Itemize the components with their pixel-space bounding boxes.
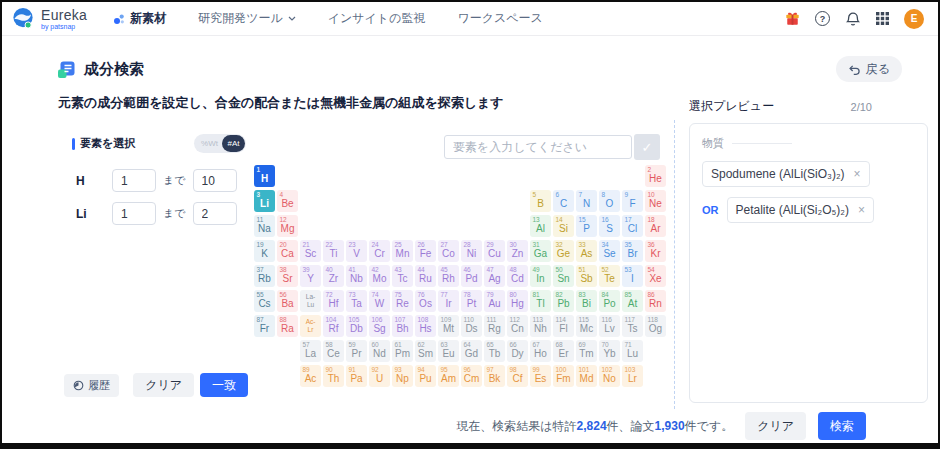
element-cell-fe[interactable]: 26Fe: [415, 240, 436, 262]
element-cell-co[interactable]: 27Co: [438, 240, 459, 262]
gift-icon[interactable]: [785, 11, 800, 26]
element-cell-mc[interactable]: 115Mc: [576, 315, 597, 337]
element-cell-lu[interactable]: 71Lu: [622, 340, 643, 362]
element-cell-sb[interactable]: 51Sb: [576, 265, 597, 287]
element-cell-lr[interactable]: 103Lr: [622, 365, 643, 387]
element-cell-kr[interactable]: 36Kr: [645, 240, 666, 262]
nav-item-new-materials[interactable]: 新素材: [113, 10, 166, 27]
element-cell-bh[interactable]: 107Bh: [392, 315, 413, 337]
element-cell-zn[interactable]: 30Zn: [507, 240, 528, 262]
element-cell-fr[interactable]: 87Fr: [254, 315, 275, 337]
unit-option-wt[interactable]: %Wt: [201, 139, 218, 148]
element-cell-n[interactable]: 7N: [576, 190, 597, 212]
element-cell-cf[interactable]: 98Cf: [507, 365, 528, 387]
element-cell-cs[interactable]: 55Cs: [254, 290, 275, 312]
h-min-input[interactable]: [112, 169, 156, 192]
element-cell-cl[interactable]: 17Cl: [622, 215, 643, 237]
user-avatar[interactable]: E: [904, 9, 924, 29]
element-cell-tc[interactable]: 43Tc: [392, 265, 413, 287]
element-cell-rb[interactable]: 37Rb: [254, 265, 275, 287]
element-cell-al[interactable]: 13Al: [530, 215, 551, 237]
nav-item-insight-monitor[interactable]: インサイトの監視: [328, 10, 426, 27]
element-cell-li[interactable]: 3Li: [254, 190, 275, 212]
element-cell-sc[interactable]: 21Sc: [300, 240, 321, 262]
element-cell-u[interactable]: 92U: [369, 365, 390, 387]
element-cell-pa[interactable]: 91Pa: [346, 365, 367, 387]
element-cell-hf[interactable]: 72Hf: [323, 290, 344, 312]
element-cell-th[interactable]: 90Th: [323, 365, 344, 387]
element-cell-br[interactable]: 35Br: [622, 240, 643, 262]
element-cell-v[interactable]: 23V: [346, 240, 367, 262]
element-cell-no[interactable]: 102No: [599, 365, 620, 387]
element-search-input[interactable]: [444, 135, 632, 159]
nav-item-workspace[interactable]: ワークスペース: [457, 10, 542, 27]
element-cell-np[interactable]: 93Np: [392, 365, 413, 387]
element-cell-aclr[interactable]: Ac-Lr: [300, 315, 321, 337]
element-cell-ne[interactable]: 10Ne: [645, 190, 666, 212]
li-max-input[interactable]: [193, 202, 237, 225]
element-cell-bk[interactable]: 97Bk: [484, 365, 505, 387]
li-min-input[interactable]: [112, 202, 156, 225]
element-cell-fl[interactable]: 114Fl: [553, 315, 574, 337]
element-cell-bi[interactable]: 83Bi: [576, 290, 597, 312]
element-cell-cu[interactable]: 29Cu: [484, 240, 505, 262]
element-cell-md[interactable]: 101Md: [576, 365, 597, 387]
element-cell-ra[interactable]: 88Ra: [277, 315, 298, 337]
confirm-check-button[interactable]: ✓: [634, 134, 660, 160]
element-cell-db[interactable]: 105Db: [346, 315, 367, 337]
element-cell-eu[interactable]: 63Eu: [438, 340, 459, 362]
element-cell-er[interactable]: 68Er: [553, 340, 574, 362]
element-cell-nb[interactable]: 41Nb: [346, 265, 367, 287]
element-cell-ho[interactable]: 67Ho: [530, 340, 551, 362]
element-cell-gd[interactable]: 64Gd: [461, 340, 482, 362]
back-button[interactable]: 戻る: [836, 56, 902, 82]
footer-clear-button[interactable]: クリア: [745, 412, 806, 440]
element-cell-ni[interactable]: 28Ni: [461, 240, 482, 262]
element-cell-yb[interactable]: 70Yb: [599, 340, 620, 362]
element-cell-mt[interactable]: 109Mt: [438, 315, 459, 337]
element-cell-au[interactable]: 79Au: [484, 290, 505, 312]
element-cell-ga[interactable]: 31Ga: [530, 240, 551, 262]
element-cell-ag[interactable]: 47Ag: [484, 265, 505, 287]
element-cell-mg[interactable]: 12Mg: [277, 215, 298, 237]
element-cell-be[interactable]: 4Be: [277, 190, 298, 212]
element-cell-ds[interactable]: 110Ds: [461, 315, 482, 337]
element-cell-s[interactable]: 16S: [599, 215, 620, 237]
element-cell-h[interactable]: 1H: [254, 165, 275, 187]
substance-chip[interactable]: Spodumene (AlLi(SiO₃)₂)×: [702, 161, 870, 187]
element-cell-te[interactable]: 52Te: [599, 265, 620, 287]
element-cell-pr[interactable]: 59Pr: [346, 340, 367, 362]
element-cell-sr[interactable]: 38Sr: [277, 265, 298, 287]
element-cell-ac[interactable]: 89Ac: [300, 365, 321, 387]
element-cell-ti[interactable]: 22Ti: [323, 240, 344, 262]
element-cell-o[interactable]: 8O: [599, 190, 620, 212]
element-cell-ta[interactable]: 73Ta: [346, 290, 367, 312]
element-cell-k[interactable]: 19K: [254, 240, 275, 262]
element-cell-p[interactable]: 15P: [576, 215, 597, 237]
element-cell-fm[interactable]: 100Fm: [553, 365, 574, 387]
footer-search-button[interactable]: 検索: [818, 412, 866, 440]
element-cell-os[interactable]: 76Os: [415, 290, 436, 312]
element-cell-pu[interactable]: 94Pu: [415, 365, 436, 387]
element-cell-at[interactable]: 85At: [622, 290, 643, 312]
element-cell-cr[interactable]: 24Cr: [369, 240, 390, 262]
eureka-logo[interactable]: Eureka by patsnap: [12, 7, 87, 30]
element-cell-rn[interactable]: 86Rn: [645, 290, 666, 312]
element-cell-am[interactable]: 95Am: [438, 365, 459, 387]
match-button[interactable]: 一致: [200, 373, 248, 397]
element-cell-mo[interactable]: 42Mo: [369, 265, 390, 287]
element-cell-nh[interactable]: 113Nh: [530, 315, 551, 337]
element-cell-pb[interactable]: 82Pb: [553, 290, 574, 312]
element-cell-ar[interactable]: 18Ar: [645, 215, 666, 237]
apps-grid-icon[interactable]: [876, 12, 889, 25]
h-max-input[interactable]: [193, 169, 237, 192]
element-cell-cd[interactable]: 48Cd: [507, 265, 528, 287]
element-cell-w[interactable]: 74W: [369, 290, 390, 312]
remove-icon[interactable]: ×: [854, 167, 861, 181]
element-cell-na[interactable]: 11Na: [254, 215, 275, 237]
element-cell-as[interactable]: 33As: [576, 240, 597, 262]
element-cell-es[interactable]: 99Es: [530, 365, 551, 387]
element-cell-pt[interactable]: 78Pt: [461, 290, 482, 312]
element-cell-dy[interactable]: 66Dy: [507, 340, 528, 362]
element-cell-zr[interactable]: 40Zr: [323, 265, 344, 287]
